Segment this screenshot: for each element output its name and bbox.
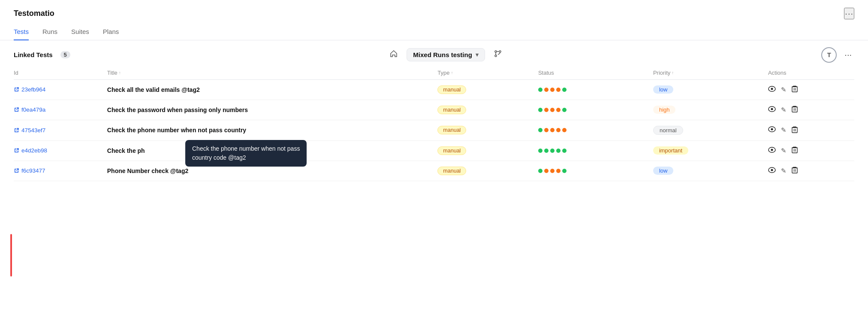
view-icon[interactable] [768, 126, 776, 134]
home-button[interactable] [386, 48, 401, 62]
svg-point-7 [771, 108, 773, 110]
status-dot [562, 88, 567, 92]
svg-rect-17 [792, 168, 797, 173]
status-dot [538, 108, 542, 112]
status-dots [538, 108, 648, 112]
status-dot [538, 88, 542, 92]
cell-id: f6c93477 [14, 161, 107, 181]
status-dots [538, 88, 648, 92]
status-dot [550, 169, 555, 173]
status-dot [556, 169, 561, 173]
status-dot [550, 149, 555, 153]
status-dot [556, 128, 561, 132]
svg-rect-5 [792, 87, 797, 92]
branch-button[interactable] [490, 48, 506, 62]
view-icon[interactable] [768, 86, 776, 94]
col-header-status: Status [538, 66, 653, 80]
edit-icon[interactable]: ✎ [781, 167, 787, 175]
cell-title: Check the phone number when not pass cou… [107, 120, 438, 140]
table-row: f0ea479a Check the password when passing… [14, 100, 854, 120]
svg-point-1 [495, 55, 497, 57]
tab-tests[interactable]: Tests [14, 24, 29, 40]
col-header-type[interactable]: Type ↑ [437, 66, 538, 80]
view-icon[interactable] [768, 147, 776, 155]
edit-icon[interactable]: ✎ [781, 86, 787, 94]
priority-badge: important [653, 146, 688, 155]
status-dot [550, 108, 555, 112]
chevron-down-icon: ▾ [476, 52, 479, 58]
tabs-row: Tests Runs Suites Plans [0, 24, 868, 40]
cell-id: 23efb964 [14, 79, 107, 100]
delete-icon[interactable] [792, 85, 798, 94]
row-id-value: f0ea479a [21, 106, 45, 113]
svg-rect-14 [792, 148, 797, 153]
edit-icon[interactable]: ✎ [781, 126, 787, 134]
table-wrapper: Id Title ↑ Type ↑ Status [14, 66, 854, 181]
type-badge: manual [437, 146, 466, 155]
cell-priority: normal [653, 120, 768, 140]
view-icon[interactable] [768, 167, 776, 175]
row-title-value: Check the ph [107, 147, 145, 154]
type-badge: manual [437, 85, 466, 94]
status-dot [544, 128, 549, 132]
row-id-link[interactable]: 23efb964 [14, 86, 102, 93]
actions-cell: ✎ [768, 85, 849, 94]
cell-actions: ✎ [768, 100, 854, 120]
delete-icon[interactable] [792, 146, 798, 155]
col-header-title[interactable]: Title ↑ [107, 66, 438, 80]
svg-rect-11 [792, 128, 797, 133]
actions-cell: ✎ [768, 146, 849, 155]
delete-icon[interactable] [792, 106, 798, 114]
row-title-value: Phone Number check @tag2 [107, 167, 188, 174]
cell-id: e4d2eb98 [14, 140, 107, 161]
toolbar-more-button[interactable]: ··· [842, 50, 854, 60]
cell-type: manual [437, 161, 538, 181]
cell-status [538, 140, 653, 161]
cell-actions: ✎ [768, 161, 854, 181]
cell-actions: ✎ [768, 120, 854, 140]
app-title: Testomatio [14, 9, 54, 18]
delete-icon[interactable] [792, 126, 798, 134]
status-dot [544, 108, 549, 112]
home-icon [389, 49, 398, 58]
tab-suites[interactable]: Suites [71, 24, 89, 40]
cell-type: manual [437, 120, 538, 140]
svg-point-4 [771, 88, 773, 90]
col-header-priority[interactable]: Priority ↑ [653, 66, 768, 80]
project-selector-button[interactable]: Mixed Runs testing ▾ [407, 48, 485, 61]
avatar-label: T [827, 51, 831, 58]
row-title-value: Check the phone number when not pass cou… [107, 127, 246, 134]
status-dot [556, 149, 561, 153]
row-id-value: e4d2eb98 [21, 147, 47, 154]
row-id-link[interactable]: f6c93477 [14, 167, 102, 174]
cell-title: Phone Number check @tag2 [107, 161, 438, 181]
header-more-button[interactable]: ··· [844, 8, 854, 19]
row-id-link[interactable]: f0ea479a [14, 106, 102, 113]
branch-icon [494, 49, 502, 58]
table-row: f6c93477 Phone Number check @tag2 manual… [14, 161, 854, 181]
tab-plans[interactable]: Plans [103, 24, 119, 40]
svg-point-13 [771, 149, 773, 151]
count-badge: 5 [60, 51, 70, 58]
edit-icon[interactable]: ✎ [781, 106, 787, 114]
status-dot [556, 108, 561, 112]
cell-priority: important [653, 140, 768, 161]
type-badge: manual [437, 126, 466, 134]
status-dot [544, 169, 549, 173]
external-link-icon [14, 148, 19, 153]
table-container: Id Title ↑ Type ↑ Status [0, 66, 868, 181]
row-id-value: 47543ef7 [21, 127, 45, 134]
tab-runs[interactable]: Runs [42, 24, 57, 40]
status-dot [562, 128, 567, 132]
avatar-button[interactable]: T [821, 47, 837, 63]
external-link-icon [14, 87, 19, 92]
row-id-link[interactable]: 47543ef7 [14, 127, 102, 134]
delete-icon[interactable] [792, 167, 798, 175]
status-dot [556, 88, 561, 92]
row-id-link[interactable]: e4d2eb98 [14, 147, 102, 154]
edit-icon[interactable]: ✎ [781, 147, 787, 155]
cell-priority: high [653, 100, 768, 120]
external-link-icon [14, 128, 19, 133]
view-icon[interactable] [768, 106, 776, 114]
row-id-value: f6c93477 [21, 167, 45, 174]
